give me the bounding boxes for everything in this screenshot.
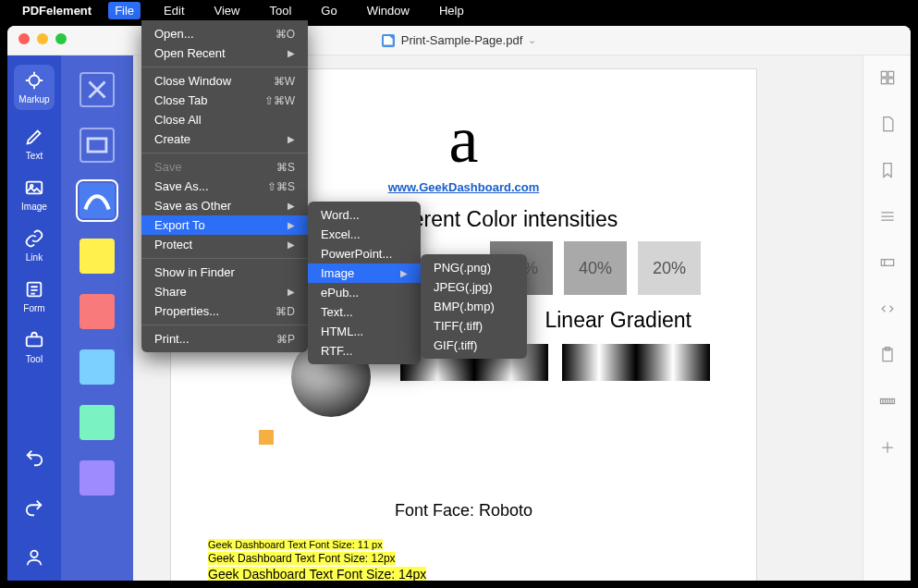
document-title: Print-Sample-Page.pdf — [401, 33, 523, 47]
shortcut-label: ⌘P — [276, 333, 295, 346]
swatch-mint[interactable] — [80, 405, 115, 440]
submenu-arrow-icon: ▶ — [400, 268, 408, 278]
menu-tool[interactable]: Tool — [263, 2, 298, 19]
code-icon[interactable] — [878, 300, 897, 318]
file-menu-item-open[interactable]: Open...⌘O — [141, 24, 308, 43]
thumbnails-icon[interactable] — [878, 68, 897, 87]
image-menu-item-bmp-bmp[interactable]: BMP(.bmp) — [421, 297, 527, 316]
svg-point-0 — [30, 76, 40, 86]
tool-image[interactable]: Image — [21, 178, 47, 212]
export-menu-item-text[interactable]: Text... — [308, 302, 421, 322]
export-menu-item-html[interactable]: HTML... — [308, 322, 421, 341]
color-swatch-rail — [61, 55, 133, 581]
menu-help[interactable]: Help — [433, 2, 471, 19]
file-menu-item-open-recent[interactable]: Open Recent▶ — [141, 43, 308, 63]
svg-rect-6 — [88, 139, 106, 152]
submenu-arrow-icon: ▶ — [288, 220, 295, 230]
font-size-samples: Geek Dashboard Text Font Size: 11 pxGeek… — [208, 539, 719, 581]
undo-icon[interactable] — [24, 447, 44, 468]
minimize-window-icon[interactable] — [37, 33, 48, 44]
file-menu-item-protect[interactable]: Protect▶ — [141, 235, 308, 254]
svg-rect-10 — [887, 79, 893, 84]
swatch-highlight[interactable] — [80, 183, 115, 218]
export-menu-item-epub[interactable]: ePub... — [308, 283, 421, 302]
redo-icon[interactable] — [24, 497, 44, 518]
file-menu-item-save-as[interactable]: Save As...⇧⌘S — [141, 177, 308, 196]
field-icon[interactable] — [878, 253, 897, 272]
menu-file[interactable]: File — [108, 2, 141, 19]
tool-link[interactable]: Link — [24, 228, 44, 263]
file-menu-item-close-tab[interactable]: Close Tab⇧⌘W — [141, 91, 308, 110]
add-icon[interactable] — [878, 438, 897, 457]
title-dropdown-icon[interactable]: ⌄ — [528, 34, 536, 46]
shortcut-label: ⇧⌘S — [267, 180, 295, 193]
window-traffic-lights — [18, 33, 67, 44]
swatch-outline-box[interactable] — [80, 128, 115, 163]
shortcut-label: ⌘O — [275, 28, 295, 41]
swatch-outline-x[interactable] — [80, 72, 115, 107]
user-icon[interactable] — [24, 547, 44, 568]
submenu-arrow-icon: ▶ — [288, 201, 295, 211]
tool-text[interactable]: Text — [24, 127, 44, 161]
left-tool-rail: MarkupTextImageLinkFormTool — [7, 55, 61, 581]
menu-edit[interactable]: Edit — [157, 2, 190, 19]
close-window-icon[interactable] — [18, 33, 30, 44]
list-icon[interactable] — [878, 207, 897, 226]
swatch-coral[interactable] — [80, 294, 115, 329]
file-menu-item-save-as-other[interactable]: Save as Other▶ — [141, 196, 308, 215]
font-size-line: Geek Dashboard Text Font Size: 11 px — [208, 539, 719, 550]
export-menu-item-excel[interactable]: Excel... — [308, 225, 421, 244]
bookmark-icon[interactable] — [878, 161, 897, 179]
file-menu-item-create[interactable]: Create▶ — [141, 129, 308, 149]
swatch-sky[interactable] — [80, 349, 115, 385]
intensity-box: 40% — [564, 241, 627, 295]
gradient-bar — [562, 344, 710, 381]
menu-view[interactable]: View — [208, 2, 247, 19]
form-icon — [24, 279, 44, 300]
submenu-arrow-icon: ▶ — [288, 239, 295, 250]
menu-window[interactable]: Window — [361, 2, 416, 19]
image-menu-item-gif-tiff[interactable]: GIF(.tiff) — [421, 336, 527, 355]
svg-rect-11 — [881, 260, 893, 266]
maximize-window-icon[interactable] — [55, 33, 67, 44]
shortcut-label: ⌘W — [274, 75, 295, 88]
file-menu-item-share[interactable]: Share▶ — [141, 282, 308, 301]
tool-tool[interactable]: Tool — [24, 330, 44, 364]
svg-rect-9 — [881, 79, 887, 84]
export-menu-item-powerpoint[interactable]: PowerPoint... — [308, 244, 421, 263]
file-menu: Open...⌘OOpen Recent▶Close Window⌘WClose… — [141, 20, 308, 352]
svg-rect-8 — [887, 71, 893, 77]
file-menu-item-export-to[interactable]: Export To▶ — [141, 215, 308, 235]
file-menu-item-close-all[interactable]: Close All — [141, 110, 308, 129]
export-menu-item-rtf[interactable]: RTF... — [308, 341, 421, 361]
export-menu-item-image[interactable]: Image▶ — [308, 263, 421, 283]
annotation-marker[interactable] — [259, 430, 274, 445]
svg-point-5 — [31, 551, 37, 557]
page-icon[interactable] — [878, 115, 897, 133]
submenu-arrow-icon: ▶ — [288, 48, 295, 58]
measure-icon[interactable] — [878, 392, 897, 410]
file-menu-item-properties[interactable]: Properties...⌘D — [141, 301, 308, 321]
image-menu-item-jpeg-jpg[interactable]: JPEG(.jpg) — [421, 277, 527, 297]
intensity-box: 20% — [638, 241, 701, 295]
export-menu-item-word[interactable]: Word... — [308, 205, 421, 225]
clipboard-icon[interactable] — [878, 346, 897, 364]
pencil-icon — [24, 127, 44, 147]
tool-form[interactable]: Form — [23, 279, 44, 313]
file-menu-item-show-in-finder[interactable]: Show in Finder — [141, 263, 308, 282]
markup-icon — [24, 70, 44, 91]
swatch-yellow[interactable] — [80, 239, 115, 274]
image-menu-item-tiff-tiff[interactable]: TIFF(.tiff) — [421, 316, 527, 336]
submenu-arrow-icon: ▶ — [288, 287, 295, 297]
file-menu-item-close-window[interactable]: Close Window⌘W — [141, 71, 308, 91]
swatch-violet[interactable] — [80, 460, 115, 496]
image-menu-item-png-png[interactable]: PNG(.png) — [421, 258, 527, 277]
tool-markup[interactable]: Markup — [14, 65, 55, 110]
menu-go[interactable]: Go — [314, 2, 343, 19]
svg-rect-7 — [881, 71, 887, 77]
right-panel-rail — [863, 55, 911, 581]
image-icon — [24, 178, 44, 198]
document-icon — [382, 34, 395, 47]
file-menu-item-print[interactable]: Print...⌘P — [141, 329, 308, 349]
app-name[interactable]: PDFelement — [22, 4, 92, 18]
